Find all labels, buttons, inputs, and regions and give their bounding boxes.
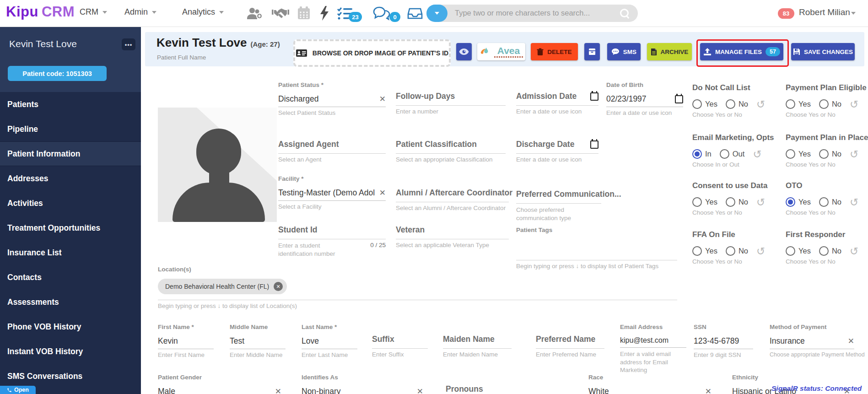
undo-icon[interactable]: ↺ bbox=[850, 198, 858, 206]
pronouns-input[interactable]: Pronouns bbox=[446, 384, 483, 394]
sidebar-item-contacts[interactable]: Contacts bbox=[0, 265, 141, 290]
sidebar-item-insurance-list[interactable]: Insurance List bbox=[0, 240, 141, 265]
avea-button[interactable]: Avea bbox=[477, 43, 525, 60]
more-options-button[interactable]: ••• bbox=[122, 38, 135, 50]
radio-no[interactable] bbox=[819, 197, 829, 207]
sidebar-item-addresses[interactable]: Addresses bbox=[0, 166, 141, 191]
facility-input[interactable]: Testing-Master (Demo Adol ✕ bbox=[278, 186, 386, 201]
patient-classification-input[interactable]: Patient Classification bbox=[396, 140, 506, 154]
preferred-communication-input[interactable]: Preferred Communication... bbox=[516, 189, 601, 204]
search-scope-button[interactable] bbox=[426, 5, 447, 22]
sidebar-item-patients[interactable]: Patients bbox=[0, 92, 141, 117]
locations-input[interactable]: Demo Behavioral Health Center (FL) ✕ bbox=[158, 273, 677, 300]
add-contact-icon[interactable] bbox=[246, 6, 263, 20]
sidebar-item-treatment-opportunities[interactable]: Treatment Opportunities bbox=[0, 216, 141, 240]
radio-no[interactable] bbox=[819, 149, 829, 159]
assigned-agent-input[interactable]: Assigned Agent bbox=[278, 140, 386, 154]
sidebar-item-patient-information[interactable]: Patient Information bbox=[0, 141, 141, 166]
search-icon[interactable] bbox=[620, 9, 629, 17]
patient-code-button[interactable]: Patient code: 1051303 bbox=[8, 66, 107, 81]
location-chip[interactable]: Demo Behavioral Health Center (FL) ✕ bbox=[158, 279, 287, 294]
middle-name-input[interactable]: Test bbox=[230, 334, 286, 349]
radio-yes[interactable] bbox=[692, 197, 702, 207]
sidebar-item-activities[interactable]: Activities bbox=[0, 191, 141, 216]
radio-no[interactable] bbox=[819, 246, 829, 256]
sidebar-item-phone-vob-history[interactable]: Phone VOB History bbox=[0, 314, 141, 339]
search-input[interactable]: Type two or more characters to search... bbox=[455, 9, 590, 17]
preview-button[interactable] bbox=[456, 43, 472, 60]
first-name-input[interactable]: Kevin bbox=[158, 334, 214, 349]
menu-analytics[interactable]: Analytics bbox=[182, 7, 224, 17]
suffix-input[interactable]: Suffix bbox=[372, 335, 428, 349]
browse-id-dropzone[interactable]: BROWSE OR DROP IMAGE OF PATIENT'S ID bbox=[293, 39, 451, 67]
kipu-crm-logo[interactable]: KipuCRM bbox=[6, 4, 75, 20]
manage-files-button[interactable]: MANAGE FILES 57 bbox=[700, 43, 783, 60]
sms-button[interactable]: SMS bbox=[607, 43, 641, 60]
identifies-as-input[interactable]: Non-binary ✕ bbox=[302, 384, 423, 394]
patient-gender-input[interactable]: Male ✕ bbox=[158, 384, 281, 394]
save-changes-button[interactable]: SAVE CHANGES bbox=[791, 43, 855, 60]
radio-out[interactable] bbox=[720, 149, 729, 159]
calendar-icon[interactable] bbox=[297, 6, 311, 21]
sidebar-item-pipeline[interactable]: Pipeline bbox=[0, 117, 141, 141]
archive-box-button[interactable] bbox=[584, 43, 600, 60]
conversations-icon[interactable] bbox=[373, 6, 391, 21]
quick-actions-icon[interactable] bbox=[319, 5, 329, 21]
veteran-input[interactable]: Veteran bbox=[396, 225, 509, 239]
radio-no[interactable] bbox=[819, 99, 829, 109]
sidebar-item-assessments[interactable]: Assessments bbox=[0, 290, 141, 314]
menu-admin[interactable]: Admin bbox=[124, 7, 156, 17]
user-menu[interactable]: Robert Milian bbox=[799, 7, 850, 17]
clear-icon[interactable]: ✕ bbox=[379, 94, 386, 104]
clear-icon[interactable]: ✕ bbox=[379, 188, 386, 198]
undo-icon[interactable]: ↺ bbox=[753, 150, 761, 158]
sidebar-item-instant-vob-history[interactable]: Instant VOB History bbox=[0, 339, 141, 364]
radio-yes[interactable] bbox=[786, 99, 795, 109]
email-input[interactable]: kipu@test.com bbox=[620, 334, 686, 348]
patient-tags-input[interactable] bbox=[516, 233, 677, 260]
method-of-payment-input[interactable]: Insurance ✕ bbox=[770, 334, 854, 349]
student-id-input[interactable]: Student Id bbox=[278, 225, 386, 239]
menu-crm[interactable]: CRM bbox=[80, 7, 107, 17]
ssn-input[interactable]: 123-45-6789 bbox=[694, 334, 753, 349]
undo-icon[interactable]: ↺ bbox=[850, 100, 858, 108]
radio-in-selected[interactable] bbox=[692, 149, 702, 159]
maiden-name-input[interactable]: Maiden Name bbox=[443, 335, 512, 349]
radio-yes[interactable] bbox=[786, 246, 795, 256]
remove-chip-icon[interactable]: ✕ bbox=[274, 282, 283, 291]
calendar-icon[interactable] bbox=[675, 95, 683, 103]
patient-status-input[interactable]: Discharged ✕ bbox=[278, 92, 386, 107]
alumni-coordinator-input[interactable]: Alumni / Aftercare Coordinator bbox=[396, 188, 509, 202]
calendar-icon[interactable] bbox=[590, 92, 598, 101]
undo-icon[interactable]: ↺ bbox=[756, 100, 765, 108]
undo-icon[interactable]: ↺ bbox=[756, 247, 765, 255]
preferred-name-input[interactable]: Preferred Name bbox=[536, 335, 604, 349]
handshake-icon[interactable] bbox=[272, 6, 289, 20]
clear-icon[interactable]: ✕ bbox=[848, 336, 854, 346]
undo-icon[interactable]: ↺ bbox=[850, 150, 858, 158]
sidebar-item-sms-conversations[interactable]: SMS Conversations bbox=[0, 364, 141, 389]
radio-yes[interactable] bbox=[786, 149, 795, 159]
date-of-birth-input[interactable]: 02/23/1997 bbox=[606, 92, 683, 107]
undo-icon[interactable]: ↺ bbox=[850, 247, 858, 255]
chevron-down-icon[interactable] bbox=[851, 12, 856, 15]
radio-yes-selected[interactable] bbox=[786, 197, 795, 207]
archive-button[interactable]: ARCHIVE bbox=[647, 43, 692, 60]
patient-photo-placeholder[interactable] bbox=[158, 108, 277, 222]
follow-up-days-input[interactable]: Follow-up Days bbox=[396, 92, 506, 106]
radio-no[interactable] bbox=[726, 246, 735, 256]
radio-yes[interactable] bbox=[692, 99, 702, 109]
clear-icon[interactable]: ✕ bbox=[275, 387, 281, 394]
delete-button[interactable]: DELETE bbox=[531, 43, 578, 60]
radio-no[interactable] bbox=[726, 99, 735, 109]
clear-icon[interactable]: ✕ bbox=[705, 387, 712, 394]
open-call-button[interactable]: Open bbox=[0, 386, 36, 394]
radio-yes[interactable] bbox=[692, 246, 702, 256]
discharge-date-input[interactable]: Discharge Date bbox=[516, 140, 598, 154]
admission-date-input[interactable]: Admission Date bbox=[516, 92, 598, 106]
race-input[interactable]: White ✕ bbox=[588, 384, 712, 394]
clear-icon[interactable]: ✕ bbox=[417, 387, 423, 394]
inbox-icon[interactable] bbox=[407, 7, 423, 20]
radio-no[interactable] bbox=[726, 197, 735, 207]
undo-icon[interactable]: ↺ bbox=[756, 198, 765, 206]
